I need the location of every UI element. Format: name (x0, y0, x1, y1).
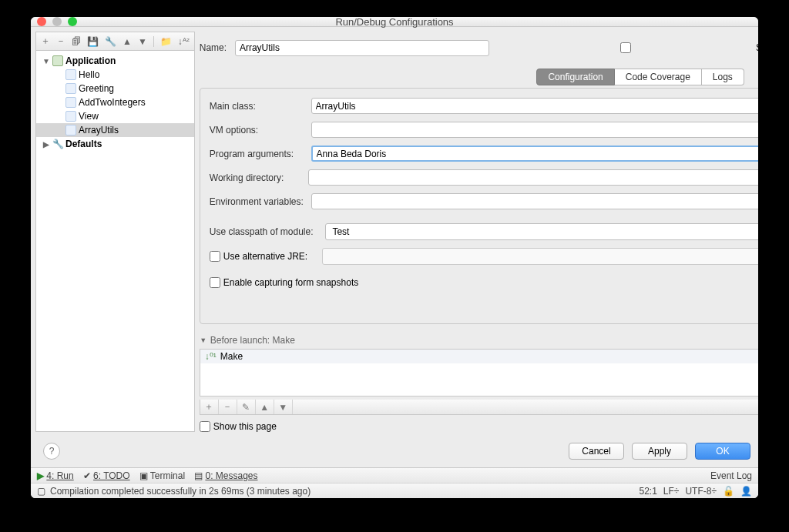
copy-icon[interactable]: 🗐 (72, 36, 81, 47)
env-vars-row: Environment variables: … (210, 193, 758, 209)
tree-item-addtwointegers[interactable]: AddTwoIntegers (36, 95, 194, 109)
expand-icon[interactable]: ▼ (42, 57, 50, 65)
program-args-label: Program arguments: (210, 149, 305, 159)
dialog-buttons: ? Cancel Apply OK (31, 437, 758, 467)
tree-label: Application (65, 55, 116, 66)
line-ending[interactable]: LF÷ (663, 486, 680, 497)
tab-code-coverage[interactable]: Code Coverage (615, 69, 702, 85)
titlebar: Run/Debug Configurations (31, 17, 758, 27)
dialog-body: ＋ － 🗐 💾 🔧 ▲ ▼ 📁 ↓ᴬᶻ ▼ Application (31, 27, 758, 498)
hide-tool-windows-icon[interactable]: ▢ (37, 486, 45, 497)
tree-application[interactable]: ▼ Application (36, 54, 194, 68)
tree-defaults[interactable]: ▶ 🔧 Defaults (36, 137, 194, 151)
tree-label: View (79, 111, 99, 122)
alt-jre-row: Use alternative JRE: … (210, 248, 758, 265)
caret-position[interactable]: 52:1 (639, 486, 656, 497)
help-button[interactable]: ? (43, 443, 60, 460)
share-label: Share (756, 42, 758, 53)
file-icon (65, 69, 76, 80)
before-launch-label: Before launch: Make (210, 335, 295, 346)
before-launch-header[interactable]: ▼Before launch: Make (200, 335, 758, 346)
name-input[interactable] (235, 40, 489, 56)
encoding[interactable]: UTF-8÷ (685, 486, 717, 497)
tree-item-hello[interactable]: Hello (36, 68, 194, 82)
config-form: Name: Share Single instance only Configu… (195, 27, 758, 437)
task-up-icon[interactable]: ▲ (256, 400, 274, 414)
make-label: Make (220, 351, 243, 362)
tab-logs[interactable]: Logs (702, 69, 744, 85)
alt-jre-select[interactable] (322, 248, 758, 265)
program-args-row: Program arguments: ⤢ (210, 146, 758, 162)
edit-task-icon[interactable]: ✎ (237, 400, 256, 414)
show-this-page-checkbox[interactable]: Show this page (200, 421, 758, 432)
name-row: Name: Share Single instance only (200, 32, 758, 64)
application-icon (52, 55, 63, 66)
down-icon[interactable]: ▼ (138, 36, 147, 47)
folder-icon[interactable]: 📁 (160, 36, 172, 47)
tree-label: Hello (79, 69, 99, 80)
env-vars-label: Environment variables: (210, 196, 305, 207)
tree-label: AddTwoIntegers (79, 97, 146, 108)
tree-item-arrayutils[interactable]: ArrayUtils (36, 123, 194, 137)
classpath-label: Use classpath of module: (210, 226, 320, 237)
apply-button[interactable]: Apply (632, 443, 687, 460)
vm-options-input[interactable] (311, 122, 758, 138)
terminal-tool-button[interactable]: ▣ Terminal (139, 470, 185, 481)
event-log-button[interactable]: Event Log (710, 470, 752, 481)
env-vars-input[interactable] (311, 193, 758, 209)
show-this-page-check[interactable] (200, 421, 210, 432)
lock-icon[interactable]: 🔓 (723, 486, 734, 497)
tree-label: ArrayUtils (79, 125, 119, 136)
cancel-button[interactable]: Cancel (569, 443, 624, 460)
add-icon[interactable]: ＋ (41, 35, 50, 48)
program-args-input[interactable] (311, 146, 758, 162)
file-icon (65, 125, 76, 136)
main-class-label: Main class: (210, 101, 305, 112)
share-check[interactable] (499, 42, 753, 53)
vm-options-row: VM options: ⤢ (210, 122, 758, 138)
status-message: Compilation completed successfully in 2s… (50, 486, 311, 497)
sort-icon[interactable]: ↓ᴬᶻ (178, 36, 190, 47)
add-task-icon[interactable]: ＋ (200, 400, 219, 414)
working-dir-row: Working directory: … ▤ (210, 169, 758, 186)
tool-window-bar: ▶ 4: Run ✔ 6: TODO ▣ Terminal ▤ 0: Messa… (31, 467, 758, 483)
classpath-select[interactable]: Test (325, 223, 758, 240)
before-launch-list[interactable]: ↓⁰¹Make (200, 349, 758, 396)
snapshots-check[interactable] (210, 277, 220, 288)
config-sidebar: ＋ － 🗐 💾 🔧 ▲ ▼ 📁 ↓ᴬᶻ ▼ Application (35, 32, 195, 432)
status-right: 52:1 LF÷ UTF-8÷ 🔓 👤 (639, 486, 752, 497)
snapshots-checkbox[interactable]: Enable capturing form snapshots (210, 277, 358, 288)
up-icon[interactable]: ▲ (123, 36, 132, 47)
remove-icon[interactable]: － (56, 35, 65, 48)
share-checkbox[interactable]: Share (499, 42, 758, 53)
divider (153, 36, 154, 47)
snapshots-label: Enable capturing form snapshots (223, 277, 358, 288)
alt-jre-checkbox[interactable]: Use alternative JRE: (210, 251, 317, 262)
messages-tool-button[interactable]: ▤ 0: Messages (194, 470, 257, 481)
tab-configuration[interactable]: Configuration (536, 69, 614, 85)
save-icon[interactable]: 💾 (87, 36, 99, 47)
file-icon (65, 97, 76, 108)
remove-task-icon[interactable]: － (219, 400, 237, 414)
hector-icon[interactable]: 👤 (740, 486, 752, 497)
name-label: Name: (200, 42, 230, 53)
alt-jre-check[interactable] (210, 251, 220, 262)
working-dir-input[interactable] (308, 169, 758, 186)
tree-item-greeting[interactable]: Greeting (36, 82, 194, 95)
ok-button[interactable]: OK (695, 443, 750, 460)
defaults-icon: 🔧 (52, 139, 63, 149)
sidebar-toolbar: ＋ － 🗐 💾 🔧 ▲ ▼ 📁 ↓ᴬᶻ (36, 32, 194, 51)
tree-label: Defaults (65, 139, 102, 149)
config-tree[interactable]: ▼ Application Hello Greeting AddTwoInteg… (36, 51, 194, 431)
collapse-icon[interactable]: ▼ (200, 336, 207, 344)
main-class-input[interactable] (311, 98, 758, 114)
config-panel: Main class: … VM options: ⤢ Program argu… (200, 88, 758, 324)
wrench-icon[interactable]: 🔧 (105, 36, 116, 47)
expand-icon[interactable]: ▶ (42, 140, 50, 149)
make-item[interactable]: ↓⁰¹Make (200, 350, 758, 363)
dialog-window: Run/Debug Configurations ＋ － 🗐 💾 🔧 ▲ ▼ 📁… (31, 17, 758, 498)
run-tool-button[interactable]: ▶ 4: Run (37, 470, 74, 481)
task-down-icon[interactable]: ▼ (274, 400, 293, 414)
todo-tool-button[interactable]: ✔ 6: TODO (83, 470, 130, 481)
tree-item-view[interactable]: View (36, 109, 194, 123)
